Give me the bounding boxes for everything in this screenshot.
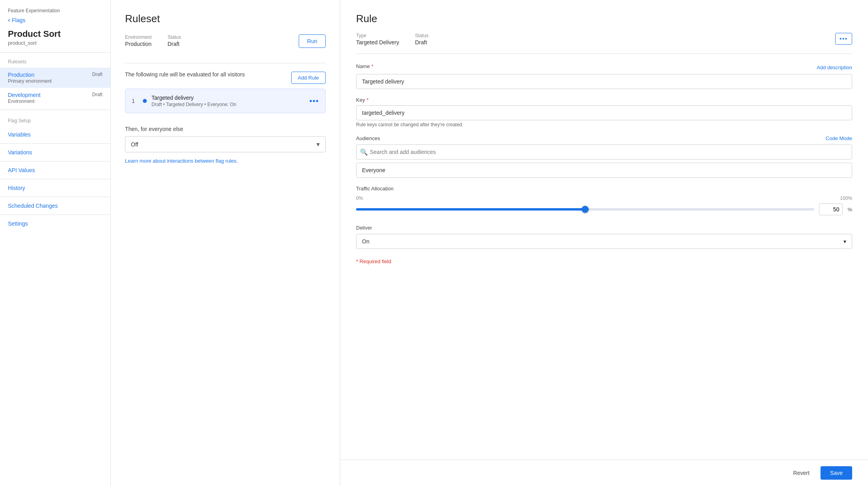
sidebar-header: Feature Experimentation Flags Product So…: [0, 0, 110, 53]
ruleset-title: Ruleset: [125, 13, 326, 25]
rule-type-row: Type Targeted Delivery Status Draft •••: [356, 33, 852, 46]
slider-wrap: %: [356, 203, 852, 215]
search-input-wrap: 🔍: [356, 144, 852, 159]
sidebar: Feature Experimentation Flags Product So…: [0, 0, 111, 486]
save-button[interactable]: Save: [821, 466, 852, 480]
audiences-section: Audiences Code Mode 🔍 Everyone: [356, 135, 852, 178]
traffic-range-labels: 0% 100%: [356, 196, 852, 201]
key-hint: Rule keys cannot be changed after they'r…: [356, 122, 852, 127]
bottom-bar: Revert Save: [340, 459, 868, 486]
back-link[interactable]: Flags: [8, 16, 102, 24]
slider-empty: [585, 208, 814, 211]
main-content: Ruleset Environment Production Status Dr…: [111, 0, 868, 486]
sidebar-item-settings[interactable]: Settings: [0, 216, 110, 232]
type-label: Type: [356, 33, 399, 38]
sidebar-divider-3: [0, 161, 110, 161]
slider-bar: [356, 205, 814, 213]
history-link: History: [8, 185, 25, 191]
sidebar-divider-6: [0, 215, 110, 215]
sidebar-divider-2: [0, 143, 110, 144]
sidebar-item-development-name: Development: [8, 92, 41, 98]
api-values-link: API Values: [8, 167, 35, 173]
scheduled-changes-link: Scheduled Changes: [8, 203, 58, 209]
slider-track: [356, 208, 814, 211]
name-required-mark: *: [371, 63, 373, 69]
rule-divider: [356, 53, 852, 54]
environment-group: Environment Production: [125, 34, 152, 47]
status-value: Draft: [167, 41, 181, 47]
deliver-select[interactable]: On ▾: [356, 234, 852, 249]
traffic-pct-label: %: [847, 207, 852, 213]
traffic-min-label: 0%: [356, 196, 363, 201]
chevron-down-icon: ▾: [316, 140, 320, 148]
revert-button[interactable]: Revert: [787, 467, 816, 479]
ruleset-divider: [125, 63, 326, 63]
learn-more-link[interactable]: Learn more about interactions between fl…: [125, 158, 326, 164]
sidebar-divider-1: [0, 110, 110, 110]
rule-status-group: Status Draft: [415, 33, 428, 46]
deliver-chevron-icon: ▾: [843, 238, 846, 245]
name-field-group: Name * Add description: [356, 63, 852, 89]
sidebar-item-production[interactable]: Production Primary environment Draft: [0, 68, 110, 88]
traffic-label: Traffic Allocation: [356, 186, 852, 192]
name-label-row: Name * Add description: [356, 63, 852, 72]
environment-label: Environment: [125, 34, 152, 40]
rule-number: 1: [132, 98, 138, 104]
sidebar-item-development-sub: Environment: [8, 99, 41, 104]
rule-panel: Rule Type Targeted Delivery Status Draft…: [340, 0, 868, 459]
status-label: Status: [167, 34, 181, 40]
flag-key: product_sort: [8, 40, 102, 46]
sidebar-item-variations[interactable]: Variations: [0, 144, 110, 160]
rule-panel-wrap: Rule Type Targeted Delivery Status Draft…: [340, 0, 868, 486]
more-options-button[interactable]: •••: [835, 33, 852, 45]
sidebar-item-api-values[interactable]: API Values: [0, 162, 110, 178]
required-note: * Required field: [356, 258, 852, 264]
sidebar-item-production-sub: Primary environment: [8, 78, 52, 84]
key-input[interactable]: [356, 105, 852, 120]
rule-card[interactable]: 1 Targeted delivery Draft • Targeted Del…: [125, 89, 326, 113]
variables-link: Variables: [8, 131, 30, 138]
rule-dot: [143, 99, 147, 103]
sidebar-item-development-badge: Draft: [92, 92, 102, 97]
rulesets-section-label: Rulesets: [0, 53, 110, 68]
audiences-search-input[interactable]: [356, 144, 852, 159]
sidebar-divider-5: [0, 197, 110, 197]
ruleset-meta: Environment Production Status Draft: [125, 34, 181, 47]
deliver-label: Deliver: [356, 225, 852, 231]
sidebar-item-scheduled-changes[interactable]: Scheduled Changes: [0, 198, 110, 214]
rule-status-label: Status: [415, 33, 428, 38]
then-label: Then, for everyone else: [125, 126, 326, 132]
audiences-label-row: Audiences Code Mode: [356, 135, 852, 141]
sidebar-item-development-info: Development Environment: [8, 92, 41, 104]
run-button[interactable]: Run: [299, 34, 326, 48]
name-input[interactable]: [356, 74, 852, 89]
sidebar-item-variables[interactable]: Variables: [0, 127, 110, 142]
app-label: Feature Experimentation: [8, 8, 102, 13]
traffic-value-input[interactable]: [819, 203, 843, 215]
rule-info: Targeted delivery Draft • Targeted Deliv…: [152, 95, 305, 107]
add-rule-button[interactable]: Add Rule: [291, 72, 326, 84]
audiences-label: Audiences: [356, 135, 380, 141]
then-select-value: Off: [131, 141, 138, 148]
rule-panel-title: Rule: [356, 13, 852, 25]
rule-description: The following rule will be evaluated for…: [125, 71, 245, 78]
rule-type-group: Type Targeted Delivery: [356, 33, 399, 46]
rule-type-info: Type Targeted Delivery Status Draft: [356, 33, 428, 46]
ruleset-meta-row: Environment Production Status Draft Run: [125, 34, 326, 55]
deliver-value: On: [362, 238, 370, 245]
settings-link: Settings: [8, 220, 28, 227]
traffic-max-label: 100%: [840, 196, 852, 201]
add-description-link[interactable]: Add description: [817, 65, 852, 70]
rule-more-button[interactable]: •••: [309, 97, 319, 106]
rule-name: Targeted delivery: [152, 95, 305, 101]
rule-status-value: Draft: [415, 39, 428, 46]
then-select[interactable]: Off ▾: [125, 136, 326, 152]
sidebar-item-development[interactable]: Development Environment Draft: [0, 88, 110, 108]
key-required-mark: *: [366, 97, 368, 103]
code-mode-link[interactable]: Code Mode: [826, 135, 852, 141]
ruleset-panel: Ruleset Environment Production Status Dr…: [111, 0, 340, 486]
slider-thumb[interactable]: [582, 206, 589, 213]
traffic-section: Traffic Allocation 0% 100%: [356, 186, 852, 215]
sidebar-item-history[interactable]: History: [0, 180, 110, 196]
sidebar-item-production-info: Production Primary environment: [8, 72, 52, 84]
